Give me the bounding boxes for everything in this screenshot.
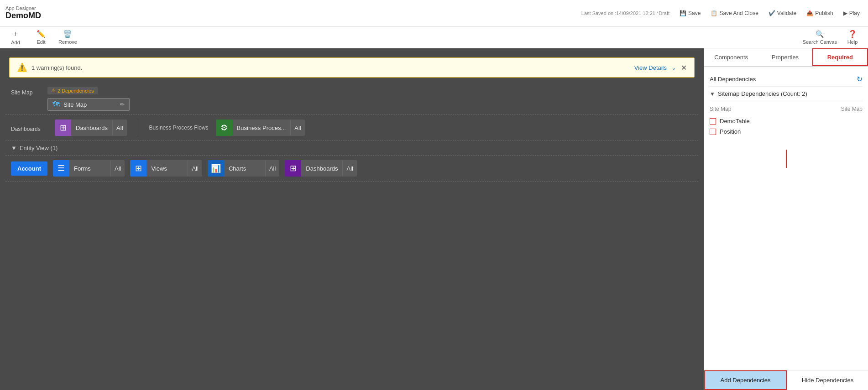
tab-properties[interactable]: Properties — [758, 48, 812, 66]
warning-banner-right: View Details ⌄ ✕ — [634, 63, 687, 72]
cursor-indicator — [786, 150, 787, 168]
toolbar-right: 🔍 Search Canvas ❓ Help — [803, 30, 861, 45]
play-label: Play — [849, 10, 860, 16]
sitemap-col-label: Site Map — [710, 106, 731, 112]
panel-content: All Dependencies ↻ ▼ Sitemap Dependencie… — [704, 67, 868, 370]
sitemap-deps-label: Sitemap Dependencies (Count: 2) — [718, 90, 807, 97]
account-button[interactable]: Account — [11, 161, 47, 176]
play-button[interactable]: ▶ Play — [841, 8, 863, 18]
tab-required[interactable]: Required — [812, 48, 868, 66]
sitemap-edit-icon[interactable]: ✏ — [120, 101, 125, 108]
sitemap-tile[interactable]: 🗺 Site Map ✏ — [47, 98, 130, 111]
publish-button[interactable]: 📤 Publish — [806, 10, 833, 16]
sitemap-val-label: Site Map — [841, 106, 863, 112]
search-icon: 🔍 — [816, 30, 824, 38]
dashboards-icon-block: ⊞ — [55, 120, 71, 136]
sitemap-tile-label: Site Map — [63, 101, 87, 108]
entity-dashboards-tile-group: ⊞ Dashboards All — [285, 160, 357, 177]
add-label: Add — [11, 40, 20, 45]
sitemap-section-label: Site Map — [11, 87, 47, 96]
sitemap-deps-chevron: ▼ — [710, 91, 715, 97]
search-canvas-item[interactable]: 🔍 Search Canvas — [803, 30, 837, 45]
main-layout: ⚠️ 1 warning(s) found. View Details ⌄ ✕ … — [0, 48, 868, 390]
app-designer-label: App Designer — [5, 5, 41, 11]
remove-icon: 🗑️ — [63, 30, 72, 38]
charts-tile-label: Charts — [224, 160, 265, 177]
sitemap-deps-section: Site Map Site Map DemoTable Position — [710, 100, 863, 140]
validate-label: Validate — [777, 10, 796, 16]
save-icon: 💾 — [680, 10, 686, 16]
publish-icon: 📤 — [806, 10, 813, 16]
all-dependencies-row: All Dependencies ↻ — [710, 72, 863, 87]
save-and-close-button[interactable]: 📋 Save And Close — [711, 10, 758, 16]
close-icon[interactable]: ✕ — [681, 63, 687, 72]
chevron-down-icon: ⌄ — [671, 64, 676, 71]
bpf-icon-block: ⚙ — [216, 120, 232, 136]
dashboards-tile-label: Dashboards — [71, 120, 112, 136]
position-label: Position — [720, 128, 741, 135]
dashboards-bpf-row: Dashboards ⊞ Dashboards All Business Pro… — [5, 115, 698, 141]
sitemap-deps-title-row: Site Map Site Map — [710, 104, 863, 116]
forms-tile-label: Forms — [69, 160, 110, 177]
help-icon: ❓ — [848, 30, 857, 38]
entity-view-label: Entity View (1) — [20, 145, 58, 151]
views-icon-block: ⊞ — [130, 160, 146, 177]
validate-button[interactable]: ✔️ Validate — [766, 8, 799, 18]
help-label: Help — [847, 39, 858, 45]
entity-dashboards-all-btn[interactable]: All — [342, 160, 356, 177]
add-toolbar-item[interactable]: ＋ Add — [7, 29, 24, 45]
warning-banner: ⚠️ 1 warning(s) found. View Details ⌄ ✕ — [9, 57, 695, 78]
dashboards-tile-group: ⊞ Dashboards All — [55, 120, 127, 136]
top-bar-right: Last Saved on :14/09/2021 12:21 *Draft 💾… — [581, 8, 863, 18]
canvas: ⚠️ 1 warning(s) found. View Details ⌄ ✕ … — [0, 48, 704, 390]
demotable-label: DemoTable — [720, 118, 750, 125]
bpf-all-btn[interactable]: All — [290, 120, 304, 136]
search-label: Search Canvas — [803, 39, 837, 45]
views-tile-group: ⊞ Views All — [130, 160, 202, 177]
views-icon: ⊞ — [135, 163, 142, 173]
all-dependencies-label: All Dependencies — [710, 76, 756, 83]
remove-toolbar-item[interactable]: 🗑️ Remove — [58, 30, 77, 45]
entity-dashboards-icon: ⊞ — [290, 163, 297, 173]
demotable-checkbox[interactable] — [710, 118, 716, 125]
entity-chevron-icon: ▼ — [11, 145, 17, 151]
bpf-icon: ⚙ — [220, 123, 228, 133]
hide-dependencies-button[interactable]: Hide Dependencies — [787, 370, 868, 390]
charts-icon-block: 📊 — [208, 160, 224, 177]
bpf-section-label: Business Process Flows — [149, 125, 209, 131]
dependencies-badge: ⚠ 2 Dependencies — [47, 87, 98, 94]
warning-small-icon: ⚠ — [51, 88, 56, 94]
position-checkbox[interactable] — [710, 129, 716, 135]
row-divider — [138, 120, 138, 136]
dashboards-all-btn[interactable]: All — [112, 120, 126, 136]
sitemap-content: ⚠ 2 Dependencies 🗺 Site Map ✏ — [47, 87, 130, 111]
add-dependencies-button[interactable]: Add Dependencies — [704, 370, 787, 390]
play-icon: ▶ — [843, 10, 847, 16]
publish-label: Publish — [815, 10, 833, 16]
panel-tabs: Components Properties Required — [704, 48, 868, 67]
charts-icon: 📊 — [211, 163, 221, 173]
entity-dashboards-tile-label: Dashboards — [301, 160, 342, 177]
warning-message: 1 warning(s) found. — [31, 64, 82, 71]
toolbar: ＋ Add ✏️ Edit 🗑️ Remove 🔍 Search Canvas … — [0, 26, 868, 48]
dashboards-icon: ⊞ — [60, 123, 67, 133]
sitemap-tile-icon: 🗺 — [52, 100, 60, 109]
charts-all-btn[interactable]: All — [265, 160, 279, 177]
forms-all-btn[interactable]: All — [110, 160, 125, 177]
view-details-link[interactable]: View Details — [634, 64, 667, 71]
forms-tile-group: ☰ Forms All — [53, 160, 125, 177]
forms-icon: ☰ — [58, 163, 65, 173]
edit-icon: ✏️ — [37, 30, 46, 38]
refresh-icon[interactable]: ↻ — [857, 75, 863, 83]
entity-dashboards-icon-block: ⊞ — [285, 160, 301, 177]
dependencies-badge-text: 2 Dependencies — [58, 88, 94, 94]
edit-toolbar-item[interactable]: ✏️ Edit — [33, 30, 49, 45]
tab-components[interactable]: Components — [704, 48, 758, 66]
warning-banner-left: ⚠️ 1 warning(s) found. — [17, 62, 82, 73]
save-button[interactable]: 💾 Save — [677, 8, 703, 18]
views-all-btn[interactable]: All — [188, 160, 202, 177]
last-saved-text: Last Saved on :14/09/2021 12:21 *Draft — [581, 10, 669, 16]
panel-footer: Add Dependencies Hide Dependencies — [704, 370, 868, 390]
help-item[interactable]: ❓ Help — [844, 30, 861, 45]
top-bar: App Designer DemoMD Last Saved on :14/09… — [0, 0, 868, 26]
